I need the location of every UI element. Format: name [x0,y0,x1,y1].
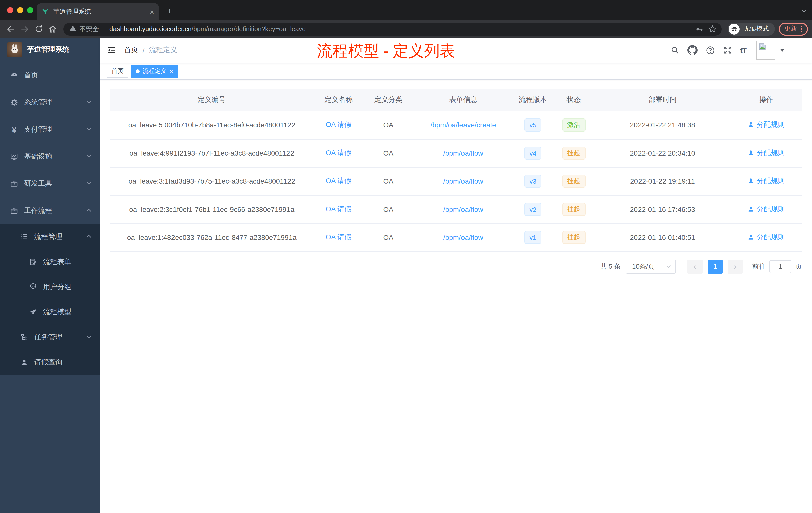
assign-rule-button[interactable]: 分配规则 [748,120,785,129]
pagination-total: 共 5 条 [600,262,621,271]
sidebar-item-infra[interactable]: 基础设施 [0,143,100,170]
main-area: 首页 / 流程定义 流程模型 - 定义列表 [100,38,812,513]
page-unit-label: 页 [795,262,802,271]
sidebar-item-leave-query[interactable]: 请假查询 [0,350,100,375]
browser-update-button[interactable]: 更新 [779,22,808,35]
category-cell: OA [364,223,413,251]
form-link[interactable]: /bpm/oa/flow [443,205,483,213]
deploy-time-cell: 2022-01-16 01:40:51 [595,223,730,251]
window-zoom-button[interactable] [27,7,33,13]
col-definition-category: 定义分类 [364,89,413,111]
sidebar-item-workflow[interactable]: 工作流程 [0,197,100,224]
navbar-actions: tT [670,41,812,60]
gear-icon [10,98,18,107]
password-key-icon[interactable] [693,22,705,35]
status-tag: 挂起 [562,203,585,216]
definition-name-link[interactable]: OA 请假 [326,120,351,128]
url-path[interactable]: /bpm/manager/definition?key=oa_leave [192,25,693,33]
help-icon[interactable] [705,46,715,55]
form-link[interactable]: /bpm/oa/flow [443,233,483,241]
security-label[interactable]: 不安全 [79,24,99,33]
tag-home[interactable]: 首页 [107,64,128,78]
sidebar-item-payment[interactable]: ¥ 支付管理 [0,116,100,143]
caret-down-icon [780,49,785,52]
sidebar-item-devtools[interactable]: 研发工具 [0,170,100,197]
form-link[interactable]: /bpm/oa/flow [443,149,483,157]
dashboard-icon [10,71,18,79]
page-1-button[interactable]: 1 [707,259,723,273]
col-deploy-time: 部署时间 [595,89,730,111]
col-definition-id: 定义编号 [110,89,314,111]
sidebar-toggle-icon[interactable] [100,38,123,63]
security-warning-icon[interactable] [69,25,76,33]
category-cell: OA [364,195,413,223]
back-icon[interactable] [4,22,17,35]
sidebar: 芋道管理系统 首页 系统管理 ¥ 支付管理 [0,38,100,513]
robot-face-icon [29,283,37,291]
user-menu[interactable] [756,41,785,60]
definition-name-link[interactable]: OA 请假 [326,233,351,241]
sidebar-item-system[interactable]: 系统管理 [0,89,100,116]
table-row: oa_leave:5:004b710b-7b8a-11ec-8ef0-acde4… [110,111,802,139]
assign-rule-button[interactable]: 分配规则 [748,233,785,242]
incognito-badge[interactable]: 无痕模式 [728,22,775,35]
chevron-down-icon [86,180,92,188]
forward-icon[interactable] [18,22,31,35]
reload-icon[interactable] [32,22,45,35]
tab-close-icon[interactable]: × [150,8,154,15]
col-process-version: 流程版本 [514,89,552,111]
definition-id-cell: oa_leave:5:004b710b-7b8a-11ec-8ef0-acde4… [110,111,314,139]
bookmark-star-icon[interactable] [705,22,719,35]
page-size-select[interactable]: 10条/页 [626,259,676,273]
form-link[interactable]: /bpm/oa/leave/create [430,121,496,129]
sidebar-item-home[interactable]: 首页 [0,62,100,89]
url-host[interactable]: dashboard.yudao.iocoder.cn [110,25,192,33]
prev-page-button[interactable]: ‹ [688,259,702,273]
home-icon[interactable] [46,22,59,35]
search-icon[interactable] [670,46,679,55]
font-size-icon[interactable]: tT [740,46,746,55]
next-page-button[interactable]: › [728,259,743,273]
sidebar-item-process-management[interactable]: 流程管理 [0,224,100,249]
tag-close-icon[interactable]: × [170,68,173,74]
navbar: 首页 / 流程定义 流程模型 - 定义列表 [100,38,812,63]
definition-id-cell: oa_leave:2:3c1f0ef1-76b1-11ec-9c66-a2380… [110,195,314,223]
goto-page-input[interactable] [769,260,791,273]
sidebar-item-process-form[interactable]: 流程表单 [0,249,100,275]
window-controls [7,7,33,13]
github-icon[interactable] [688,45,697,55]
form-link[interactable]: /bpm/oa/flow [443,177,483,185]
definition-name-link[interactable]: OA 请假 [326,177,351,185]
sidebar-logo-row[interactable]: 芋道管理系统 [0,38,100,62]
window-minimize-button[interactable] [17,7,23,13]
sidebar-item-task-management[interactable]: 任务管理 [0,325,100,350]
pagination: 共 5 条 10条/页 ‹ 1 › 前往 页 [110,259,802,273]
sidebar-item-user-group[interactable]: 用户分组 [0,275,100,300]
tag-process-definition[interactable]: 流程定义 × [131,64,178,78]
definition-name-link[interactable]: OA 请假 [326,149,351,157]
breadcrumb-home[interactable]: 首页 [124,46,138,55]
address-bar[interactable]: 不安全 dashboard.yudao.iocoder.cn /bpm/mana… [63,22,722,35]
new-tab-button[interactable]: + [164,5,175,17]
incognito-icon [729,23,740,34]
definition-name-link[interactable]: OA 请假 [326,205,351,213]
version-tag: v5 [524,118,541,131]
window-close-button[interactable] [7,7,13,13]
table-row: oa_leave:3:1fad3d93-7b75-11ec-a3c8-acde4… [110,167,802,195]
app-root: 芋道管理系统 首页 系统管理 ¥ 支付管理 [0,38,812,513]
version-tag: v2 [524,203,541,216]
assign-rule-button[interactable]: 分配规则 [748,205,785,214]
fullscreen-icon[interactable] [723,46,732,55]
assign-rule-button[interactable]: 分配规则 [748,177,785,186]
goto-label: 前往 [752,262,765,271]
assign-rule-button[interactable]: 分配规则 [748,149,785,158]
browser-tab[interactable]: 芋道管理系统 × [37,3,159,20]
browser-menu-icon[interactable] [801,26,803,32]
avatar-broken-image[interactable] [756,41,775,60]
sidebar-item-process-model[interactable]: 流程模型 [0,300,100,325]
active-tag-dot [136,69,140,73]
user-icon [748,150,754,156]
deploy-time-cell: 2022-01-22 20:34:10 [595,139,730,167]
tab-list-chevron-icon[interactable] [801,7,807,16]
form-edit-icon [29,258,37,266]
